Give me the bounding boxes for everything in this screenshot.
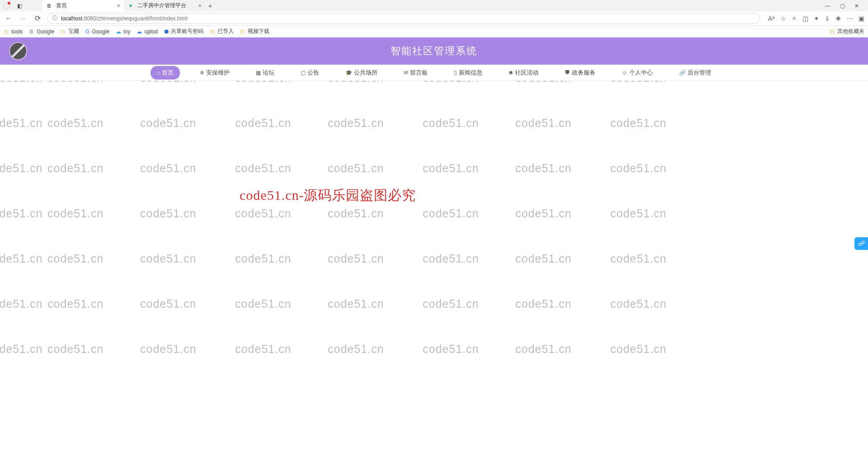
close-icon[interactable]: ×	[198, 2, 202, 9]
extensions-icon[interactable]: ✦	[814, 15, 819, 22]
nav-personal[interactable]: ☺个人中心	[615, 66, 659, 80]
float-side-button[interactable]: ☍	[854, 237, 868, 250]
bookmark-item[interactable]: ⬢共享账号密码	[164, 28, 203, 35]
tab-title: 首页	[56, 2, 113, 9]
folder-icon: 🗀	[61, 28, 66, 35]
cloud-icon: ☁	[116, 28, 121, 35]
ext2-icon[interactable]: ❖	[835, 15, 841, 22]
folder-icon: 🗀	[210, 28, 215, 35]
cap-icon: 🎓	[345, 70, 352, 76]
favorite-icon[interactable]: ☆	[780, 15, 786, 22]
tab-inactive[interactable]: ▼ 二手房中介管理平台 ×	[124, 0, 205, 11]
bookmark-item[interactable]: 🗀tools	[4, 28, 23, 35]
url-actions: A⁴ ☆ ✧ ◫ ✦ ⇓ ❖ ⋯ ▣	[768, 15, 864, 22]
nav-gov[interactable]: ⛊政务服务	[558, 66, 602, 80]
profile-icon[interactable]	[3, 2, 10, 9]
bookmark-item[interactable]: 🗀已导入	[210, 28, 234, 35]
reload-button[interactable]: ⟳	[33, 14, 42, 24]
hero-title: 智能社区管理系统	[391, 44, 477, 58]
page-icon: 🗎	[46, 3, 52, 9]
bookmark-item[interactable]: ☁uplod	[137, 28, 157, 35]
browser-chrome: ◧ 🗎 首页 × ▼ 二手房中介管理平台 × + — ▢ ✕ ← → ⟳ ⓘ	[0, 0, 868, 38]
url-text: localhost:8080/zhinnengshequguanli/front…	[61, 15, 188, 22]
split-icon[interactable]: ◫	[802, 15, 808, 22]
gov-icon: ⛊	[565, 70, 570, 76]
user-icon: ☺	[622, 70, 627, 76]
maximize-icon[interactable]: ▢	[836, 2, 848, 10]
forward-button[interactable]: →	[18, 14, 28, 24]
close-icon[interactable]: ✕	[851, 2, 863, 10]
bookmark-item[interactable]: GGoogle	[85, 28, 109, 35]
download-icon[interactable]: ⇓	[825, 15, 830, 22]
titlebar: ◧ 🗎 首页 × ▼ 二手房中介管理平台 × + — ▢ ✕	[0, 0, 868, 11]
read-aloud-icon[interactable]: A⁴	[768, 15, 775, 22]
url-bar-row: ← → ⟳ ⓘ localhost:8080/zhinnengshequguan…	[0, 11, 868, 26]
tabbar: 🗎 首页 × ▼ 二手房中介管理平台 × +	[42, 0, 818, 11]
minimize-icon[interactable]: —	[822, 2, 834, 10]
nav-public[interactable]: 🎓公共场所	[339, 66, 384, 80]
nav-news[interactable]: ▯新闻信息	[448, 66, 489, 80]
news-icon: ▯	[454, 70, 457, 76]
page-content: 智能社区管理系统 ⌂首页 ❄安保维护 ▦论坛 ▢公告 🎓公共场所 ✉留言板 ▯新…	[0, 38, 868, 424]
home-icon: ⌂	[157, 70, 160, 76]
page-icon: 🗎	[29, 28, 34, 35]
main-navbar: ⌂首页 ❄安保维护 ▦论坛 ▢公告 🎓公共场所 ✉留言板 ▯新闻信息 ✺社区活动…	[0, 65, 868, 81]
window-controls: — ▢ ✕	[822, 2, 865, 10]
info-icon[interactable]: ⓘ	[52, 14, 57, 22]
tab-title: 二手房中介管理平台	[137, 2, 194, 9]
cloud-icon: ☁	[137, 28, 142, 35]
more-icon[interactable]: ⋯	[847, 15, 853, 22]
app-icon: ⬢	[164, 28, 169, 35]
link-icon: 🔗	[679, 70, 686, 76]
nav-forum[interactable]: ▦论坛	[250, 66, 281, 80]
back-button[interactable]: ←	[4, 14, 14, 24]
avatar[interactable]	[9, 42, 27, 60]
collections-icon[interactable]: ✧	[792, 15, 797, 22]
hero-banner: 智能社区管理系统	[0, 38, 868, 65]
note-icon: ▢	[301, 70, 306, 76]
bookmarks-bar: 🗀tools 🗎Google 🗀宝藏 GGoogle ☁txy ☁uplod ⬢…	[0, 26, 868, 38]
spark-icon: ✺	[509, 70, 513, 76]
bookmark-item[interactable]: 🗀视频下载	[240, 28, 269, 35]
vue-icon: ▼	[127, 3, 134, 9]
grid-icon: ▦	[256, 70, 261, 76]
nav-admin[interactable]: 🔗后台管理	[673, 66, 717, 80]
new-tab-button[interactable]: +	[205, 2, 215, 9]
google-icon: G	[85, 28, 90, 35]
folder-icon: 🗀	[830, 28, 835, 35]
sidebar-icon[interactable]: ▣	[859, 15, 864, 22]
mail-icon: ✉	[404, 70, 408, 76]
tab-active[interactable]: 🗎 首页 ×	[42, 0, 124, 11]
shield-icon: ❄	[200, 70, 204, 76]
share-icon: ☍	[858, 240, 865, 248]
folder-icon: 🗀	[4, 28, 9, 35]
bookmark-item[interactable]: 🗀宝藏	[61, 28, 79, 35]
nav-notice[interactable]: ▢公告	[294, 66, 326, 80]
nav-security[interactable]: ❄安保维护	[193, 66, 236, 80]
nav-home[interactable]: ⌂首页	[151, 66, 180, 80]
content-area	[0, 81, 868, 424]
folder-icon: 🗀	[240, 28, 245, 35]
nav-activity[interactable]: ✺社区活动	[502, 66, 545, 80]
bookmark-item[interactable]: 🗎Google	[29, 28, 54, 35]
close-icon[interactable]: ×	[117, 2, 120, 9]
panel-icon[interactable]: ◧	[14, 2, 25, 10]
bookmark-other[interactable]: 🗀其他收藏夹	[830, 28, 864, 35]
bookmark-item[interactable]: ☁txy	[116, 28, 130, 35]
nav-message[interactable]: ✉留言板	[397, 66, 434, 80]
url-bar[interactable]: ⓘ localhost:8080/zhinnengshequguanli/fro…	[47, 13, 760, 24]
